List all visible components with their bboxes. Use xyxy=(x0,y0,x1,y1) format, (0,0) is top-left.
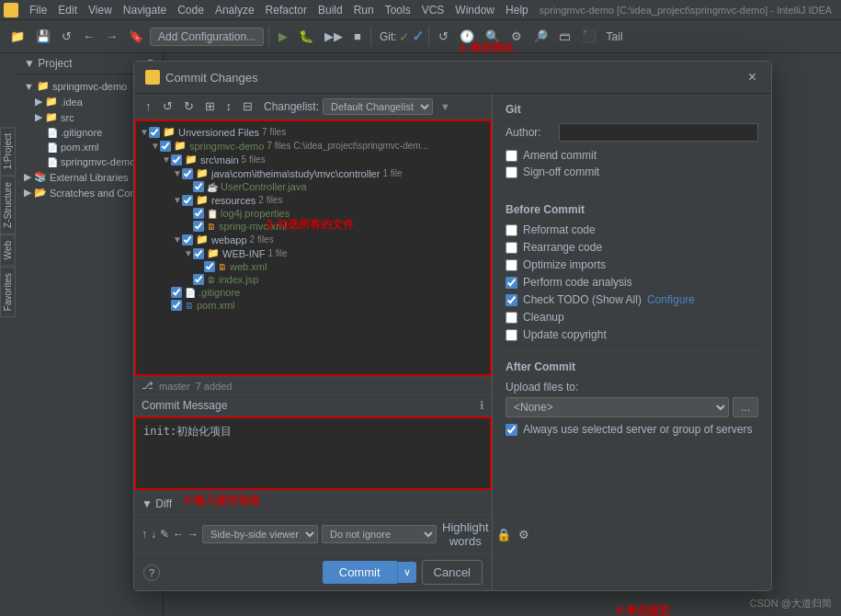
ft-btn-redo[interactable]: ↻ xyxy=(180,97,198,115)
cb-rearrange[interactable] xyxy=(506,242,517,254)
ft-item-controller[interactable]: ▼ 📁 java\com\itheima\study\mvc\controlle… xyxy=(136,166,490,180)
diff-nav-up-btn[interactable]: ↑ xyxy=(142,528,147,541)
diff-toolbar: ↑ ↓ ✎ ← → Side-by-side viewer Unified vi… xyxy=(134,514,492,553)
ft-cb-webinf[interactable] xyxy=(193,248,204,259)
menu-analyze[interactable]: Analyze xyxy=(210,4,260,17)
cb-analysis[interactable] xyxy=(506,277,517,289)
upload-select[interactable]: <None> FTP Server SFTP Server xyxy=(506,397,729,417)
toolbar-save-btn[interactable]: 💾 xyxy=(31,27,55,46)
ft-cb-resources[interactable] xyxy=(182,195,193,206)
diff-ignore-select[interactable]: Do not ignore Ignore whitespaces xyxy=(322,525,437,543)
ft-cb-usercontroller[interactable] xyxy=(193,181,204,192)
ft-cb-controller[interactable] xyxy=(182,168,193,179)
toolbar-back-btn[interactable]: ← xyxy=(78,27,99,46)
menu-code[interactable]: Code xyxy=(172,4,210,17)
left-tab-project[interactable]: 1:Project xyxy=(0,127,16,176)
toolbar-terminal-btn[interactable]: ⬛ xyxy=(577,27,601,46)
ft-cb-indexjsp[interactable] xyxy=(193,274,204,285)
menu-refactor[interactable]: Refactor xyxy=(260,4,313,17)
toolbar-revert-btn[interactable]: ↺ xyxy=(434,27,453,46)
commit-button[interactable]: Commit xyxy=(323,561,397,584)
ft-btn-sort[interactable]: ↕ xyxy=(222,97,236,115)
menu-run[interactable]: Run xyxy=(348,4,380,17)
diff-highlight-btn[interactable]: Highlight words xyxy=(440,519,491,550)
ft-cb-springmvc[interactable] xyxy=(160,141,171,152)
left-tab-favorites[interactable]: Favorites xyxy=(0,267,16,317)
ft-item-springmvc-proj[interactable]: ▼ 📁 springmvc-demo 7 files C:\idea_proje… xyxy=(136,139,490,153)
configure-link[interactable]: Configure xyxy=(647,293,695,306)
toolbar-open-btn[interactable]: 📁 xyxy=(6,27,29,46)
commit-message-input[interactable]: init:初始化项目 xyxy=(134,416,492,490)
ft-item-log4j[interactable]: 📋 log4j.properties xyxy=(136,207,490,220)
help-button[interactable]: ? xyxy=(143,565,160,581)
toolbar-refresh-btn[interactable]: ↺ xyxy=(57,27,76,46)
cb-copyright[interactable] xyxy=(506,329,517,341)
diff-label[interactable]: ▼ Diff xyxy=(142,497,484,510)
ft-cb-srcmain[interactable] xyxy=(171,154,182,165)
ft-item-usercontroller[interactable]: ☕ UserController.java xyxy=(136,180,490,193)
ft-btn-up[interactable]: ↑ xyxy=(142,97,155,115)
ft-cb-webxml[interactable] xyxy=(204,261,215,272)
menu-vcs[interactable]: VCS xyxy=(416,4,450,17)
left-tab-web[interactable]: Web xyxy=(0,234,16,266)
toolbar-stop-btn[interactable]: ■ xyxy=(349,27,366,46)
toolbar-run2-btn[interactable]: ▶▶ xyxy=(320,27,347,46)
menu-file[interactable]: File xyxy=(24,4,52,17)
diff-arrow-left-btn[interactable]: ← xyxy=(173,528,184,541)
changelist-select[interactable]: Default Changelist xyxy=(323,98,433,115)
menu-view[interactable]: View xyxy=(83,4,118,17)
toolbar-forward-btn[interactable]: → xyxy=(101,27,122,46)
cb-todo[interactable] xyxy=(506,294,517,306)
cb-optimize[interactable] xyxy=(506,259,517,271)
cb-todo-label: Check TODO (Show All) xyxy=(523,293,642,306)
ft-item-unversioned[interactable]: ▼ 📁 Unversioned Files 7 files xyxy=(136,125,490,139)
diff-nav-down-btn[interactable]: ↓ xyxy=(151,528,156,541)
ft-btn-expand[interactable]: ⊞ xyxy=(201,97,219,115)
cb-always-use[interactable] xyxy=(506,424,517,436)
ft-btn-undo[interactable]: ↺ xyxy=(159,97,176,115)
add-configuration-button[interactable]: Add Configuration... xyxy=(150,28,264,46)
ft-item-pomxml2[interactable]: 🗎 pom.xml xyxy=(136,299,490,312)
cb-cleanup[interactable] xyxy=(506,312,517,324)
ft-cb-springmvcxml[interactable] xyxy=(193,221,204,232)
ft-item-webapp[interactable]: ▼ 📁 webapp 2 files xyxy=(136,233,490,246)
ft-item-springmvc-xml[interactable]: 🗎 spring-mvc.xml xyxy=(136,220,490,233)
toolbar-db-btn[interactable]: 🗃 xyxy=(554,27,575,46)
ft-item-webinf[interactable]: ▼ 📁 WEB-INF 1 file xyxy=(136,246,490,260)
menu-build[interactable]: Build xyxy=(313,4,348,17)
commit-arrow-button[interactable]: ∨ xyxy=(397,562,416,583)
left-tab-structure[interactable]: Z-Structure xyxy=(0,176,16,234)
folder-expand-icon: ▼ xyxy=(24,81,34,92)
cancel-button[interactable]: Cancel xyxy=(422,560,483,585)
git-signoff-checkbox[interactable] xyxy=(506,166,517,178)
dialog-close-button[interactable]: × xyxy=(744,69,760,86)
toolbar-debug-btn[interactable]: 🐛 xyxy=(294,27,318,46)
upload-options-btn[interactable]: ... xyxy=(733,397,758,417)
menu-tools[interactable]: Tools xyxy=(380,4,416,17)
ft-btn-group[interactable]: ⊟ xyxy=(239,97,256,115)
toolbar-inspect-btn[interactable]: 🔎 xyxy=(528,27,552,46)
git-check-blue-icon[interactable]: ✓ xyxy=(412,28,424,45)
ft-cb-unversioned[interactable] xyxy=(149,127,160,138)
menu-window[interactable]: Window xyxy=(449,4,500,17)
diff-viewer-select[interactable]: Side-by-side viewer Unified viewer xyxy=(202,525,318,543)
git-author-input[interactable] xyxy=(559,123,758,142)
ft-cb-webapp[interactable] xyxy=(182,234,193,245)
menu-edit[interactable]: Edit xyxy=(52,4,83,17)
ft-item-srcmain[interactable]: ▼ 📁 src\main 5 files xyxy=(136,153,490,166)
ft-item-gitignore2[interactable]: 📄 .gitignore xyxy=(136,286,490,299)
toolbar-bookmark-btn[interactable]: 🔖 xyxy=(124,27,148,46)
cb-reformat[interactable] xyxy=(506,224,517,236)
ft-cb-gitignore2[interactable] xyxy=(171,287,182,298)
diff-arrow-right-btn[interactable]: → xyxy=(188,528,199,541)
ft-cb-log4j[interactable] xyxy=(193,208,204,219)
git-amend-checkbox[interactable] xyxy=(506,150,517,162)
ft-cb-pomxml2[interactable] xyxy=(171,300,182,311)
ft-item-resources[interactable]: ▼ 📁 resources 2 files xyxy=(136,193,490,207)
ft-item-webxml[interactable]: 🗎 web.xml xyxy=(136,260,490,273)
menu-help[interactable]: Help xyxy=(500,4,534,17)
diff-edit-btn[interactable]: ✎ xyxy=(160,528,169,541)
menu-navigate[interactable]: Navigate xyxy=(118,4,172,17)
toolbar-run-btn[interactable]: ▶ xyxy=(274,27,292,46)
ft-item-indexjsp[interactable]: 🗎 index.jsp xyxy=(136,273,490,286)
